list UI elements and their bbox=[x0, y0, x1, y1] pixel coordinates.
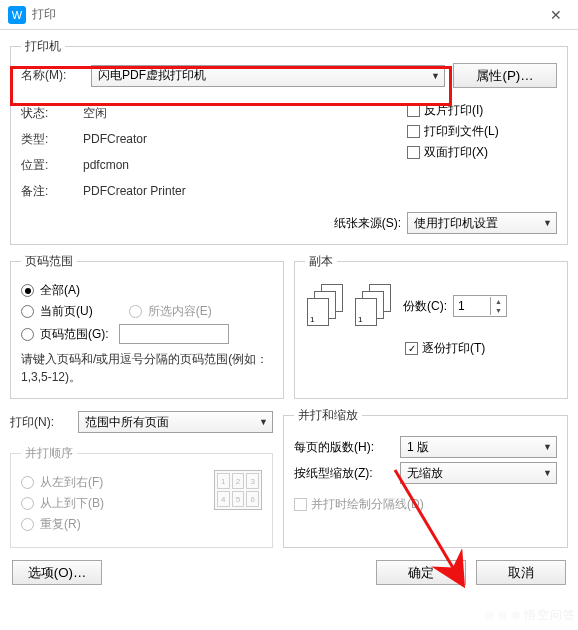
page-range-all-radio[interactable]: 全部(A) bbox=[21, 282, 273, 299]
scale-to-paper-label: 按纸型缩放(Z): bbox=[294, 465, 394, 482]
pages-per-sheet-label: 每页的版数(H): bbox=[294, 439, 394, 456]
printer-name-label: 名称(M): bbox=[21, 67, 83, 84]
where-label: 位置: bbox=[21, 157, 83, 174]
scale-to-paper-value: 无缩放 bbox=[407, 465, 443, 482]
app-icon: W bbox=[8, 6, 26, 24]
chevron-down-icon[interactable]: ▼ bbox=[491, 306, 506, 315]
merge-order-group-label: 并打顺序 bbox=[21, 445, 77, 462]
duplex-print-check[interactable]: 双面打印(X) bbox=[407, 144, 557, 161]
collate-illustration: 3 2 1 3 2 1 份数(C): 1 ▲▼ bbox=[307, 284, 555, 328]
printer-group-label: 打印机 bbox=[21, 38, 65, 55]
window-title: 打印 bbox=[32, 6, 56, 23]
merge-order-group: 并打顺序 从左到右(F) 从上到下(B) 重复(R) 123456 bbox=[10, 445, 273, 548]
print-what-label: 打印(N): bbox=[10, 414, 70, 431]
merge-order-repeat-radio bbox=[21, 518, 34, 531]
merge-order-lr-radio bbox=[21, 476, 34, 489]
type-label: 类型: bbox=[21, 131, 83, 148]
page-range-hint: 请键入页码和/或用逗号分隔的页码范围(例如：1,3,5-12)。 bbox=[21, 350, 273, 386]
chevron-up-icon[interactable]: ▲ bbox=[491, 297, 506, 306]
copies-count-spinner[interactable]: 1 ▲▼ bbox=[453, 295, 507, 317]
paper-source-dropdown[interactable]: 使用打印机设置 ▼ bbox=[407, 212, 557, 234]
copies-count-label: 份数(C): bbox=[403, 298, 447, 315]
watermark: 悟空问答 bbox=[485, 607, 576, 624]
merge-scale-group-label: 并打和缩放 bbox=[294, 407, 362, 424]
merge-order-tb-radio bbox=[21, 497, 34, 510]
status-value: 空闲 bbox=[83, 105, 107, 122]
print-what-dropdown[interactable]: 范围中所有页面 ▼ bbox=[78, 411, 273, 433]
chevron-down-icon: ▼ bbox=[543, 468, 552, 478]
options-button[interactable]: 选项(O)… bbox=[12, 560, 102, 585]
pages-per-sheet-dropdown[interactable]: 1 版 ▼ bbox=[400, 436, 557, 458]
page-range-range-radio[interactable] bbox=[21, 328, 34, 341]
chevron-down-icon: ▼ bbox=[543, 442, 552, 452]
print-to-file-check[interactable]: 打印到文件(L) bbox=[407, 123, 557, 140]
paper-source-label: 纸张来源(S): bbox=[334, 215, 401, 232]
draw-lines-check: 并打时绘制分隔线(D) bbox=[294, 496, 557, 513]
copies-count-value: 1 bbox=[454, 299, 490, 313]
printer-name-dropdown[interactable]: 闪电PDF虚拟打印机 ▼ bbox=[91, 65, 445, 87]
page-range-group: 页码范围 全部(A) 当前页(U) 所选内容(E) 页码范围(G): 请键入页码… bbox=[10, 253, 284, 399]
page-range-selection-radio bbox=[129, 305, 142, 318]
chevron-down-icon: ▼ bbox=[431, 71, 440, 81]
cancel-button[interactable]: 取消 bbox=[476, 560, 566, 585]
copies-group: 副本 3 2 1 3 2 1 份数(C): 1 ▲▼ bbox=[294, 253, 568, 399]
comment-label: 备注: bbox=[21, 183, 83, 200]
type-value: PDFCreator bbox=[83, 132, 147, 146]
merge-scale-group: 并打和缩放 每页的版数(H): 1 版 ▼ 按纸型缩放(Z): 无缩放 ▼ 并打… bbox=[283, 407, 568, 548]
print-what-value: 范围中所有页面 bbox=[85, 414, 169, 431]
scale-to-paper-dropdown[interactable]: 无缩放 ▼ bbox=[400, 462, 557, 484]
page-range-group-label: 页码范围 bbox=[21, 253, 77, 270]
status-label: 状态: bbox=[21, 105, 83, 122]
properties-button[interactable]: 属性(P)… bbox=[453, 63, 557, 88]
ok-button[interactable]: 确定 bbox=[376, 560, 466, 585]
reverse-print-check[interactable]: 反片打印(I) bbox=[407, 102, 557, 119]
close-button[interactable]: ✕ bbox=[542, 3, 570, 27]
printer-group: 打印机 名称(M): 闪电PDF虚拟打印机 ▼ 属性(P)… 状态:空闲 类型:… bbox=[10, 38, 568, 245]
where-value: pdfcmon bbox=[83, 158, 129, 172]
merge-order-preview-icon: 123456 bbox=[214, 470, 262, 510]
chevron-down-icon: ▼ bbox=[543, 218, 552, 228]
copies-group-label: 副本 bbox=[305, 253, 337, 270]
page-range-current-radio[interactable] bbox=[21, 305, 34, 318]
page-range-input[interactable] bbox=[119, 324, 229, 344]
collate-check[interactable]: 逐份打印(T) bbox=[405, 340, 557, 357]
chevron-down-icon: ▼ bbox=[259, 417, 268, 427]
printer-name-value: 闪电PDF虚拟打印机 bbox=[98, 67, 206, 84]
titlebar: W 打印 ✕ bbox=[0, 0, 578, 30]
comment-value: PDFCreator Printer bbox=[83, 184, 186, 198]
paper-source-value: 使用打印机设置 bbox=[414, 215, 498, 232]
pages-per-sheet-value: 1 版 bbox=[407, 439, 429, 456]
